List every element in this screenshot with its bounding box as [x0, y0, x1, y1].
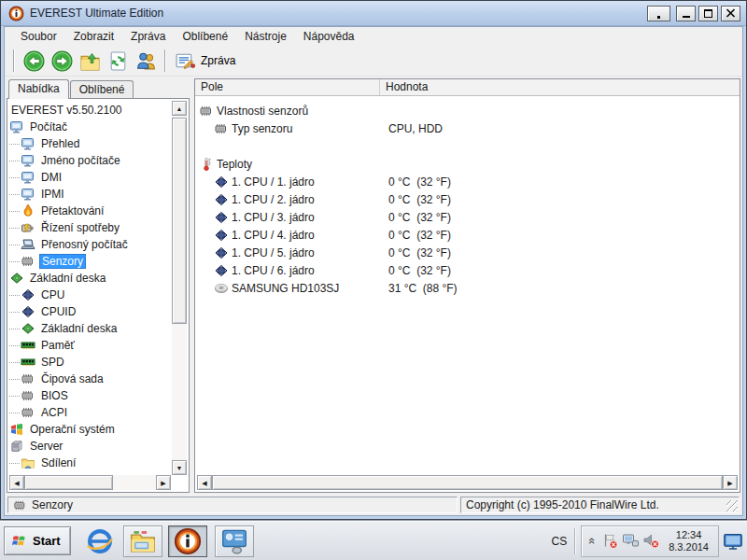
- tree-item-acpi[interactable]: ACPI: [9, 404, 171, 421]
- field-label: Typ senzoru: [232, 122, 292, 135]
- tree-item-cipova-sada[interactable]: Čipová sada: [9, 371, 171, 387]
- scroll-left-button[interactable]: ◀: [197, 475, 212, 490]
- back-button[interactable]: [20, 48, 48, 74]
- tree-item-rizeni-spotreby[interactable]: Řízení spotřeby: [9, 219, 171, 236]
- scrollbar-thumb[interactable]: [212, 475, 723, 490]
- report-row-teploty[interactable]: Teploty: [195, 155, 740, 173]
- column-header-pole[interactable]: Pole: [195, 79, 380, 95]
- taskbar-ie-button[interactable]: [82, 525, 118, 557]
- field-label: Teploty: [217, 158, 252, 171]
- report-row-1-cpu-2-jadro[interactable]: 1. CPU / 2. jádro0 °C (32 °F): [195, 190, 740, 208]
- start-button[interactable]: Start: [4, 526, 71, 555]
- menu-item-zprava[interactable]: Zpráva: [122, 28, 174, 45]
- report-row-1-cpu-6-jadro[interactable]: 1. CPU / 6. jádro0 °C (32 °F): [195, 261, 740, 279]
- tree-item-spd[interactable]: SPD: [9, 354, 171, 371]
- report-row-vlastnosti-senzoru[interactable]: Vlastnosti senzorů: [195, 102, 740, 119]
- tree-item-cpuid[interactable]: CPUID: [9, 303, 171, 320]
- field-label: SAMSUNG HD103SJ: [232, 282, 339, 295]
- menu-item-oblibene[interactable]: Oblíbené: [174, 28, 236, 45]
- field-cell: Vlastnosti senzorů: [195, 104, 380, 119]
- tree-item-ipmi[interactable]: IPMI: [9, 186, 171, 203]
- scroll-right-button[interactable]: ▶: [156, 475, 171, 490]
- clock-date: 8.3.2014: [669, 541, 709, 553]
- windows-icon: [9, 422, 24, 437]
- scrollbar-thumb[interactable]: [172, 118, 187, 324]
- scroll-left-button[interactable]: ◀: [9, 475, 24, 490]
- scroll-up-button[interactable]: ▲: [172, 101, 187, 116]
- tree-item-prenosny-pocitac[interactable]: Přenosný počítač: [9, 236, 171, 253]
- volume-muted-icon[interactable]: [642, 532, 660, 550]
- scroll-right-button[interactable]: ▶: [723, 475, 738, 490]
- tree-connector: [9, 245, 20, 245]
- computer-icon: [21, 153, 35, 168]
- tree-item-pamet[interactable]: Paměť: [9, 337, 171, 354]
- network-icon[interactable]: [622, 532, 640, 550]
- close-button[interactable]: [721, 6, 740, 21]
- report-row-1-cpu-3-jadro[interactable]: 1. CPU / 3. jádro0 °C (32 °F): [195, 208, 740, 226]
- tab-oblibene[interactable]: Oblíbené: [70, 80, 134, 98]
- menu-item-zobrazit[interactable]: Zobrazit: [65, 28, 122, 45]
- power-icon: [21, 220, 35, 235]
- tray-display-icon[interactable]: [723, 531, 743, 552]
- window-controls: [647, 6, 740, 21]
- report-button[interactable]: Zpráva: [171, 48, 243, 74]
- tree-horizontal-scrollbar[interactable]: ◀ ▶: [9, 475, 171, 490]
- value-cell: 0 °C (32 °F): [380, 246, 451, 259]
- value-cell: 31 °C (88 °F): [380, 282, 458, 295]
- field-label: 1. CPU / 2. jádro: [232, 193, 315, 206]
- menubar: SouborZobrazitZprávaOblíbenéNástrojeNápo…: [5, 27, 742, 46]
- show-hidden-icons-button[interactable]: «: [585, 535, 599, 548]
- menu-item-soubor[interactable]: Soubor: [12, 28, 65, 45]
- report-row-1-cpu-4-jadro[interactable]: 1. CPU / 4. jádro0 °C (32 °F): [195, 226, 740, 244]
- users-button[interactable]: [132, 48, 160, 74]
- tree-connector: [9, 463, 20, 464]
- tree-item-senzory[interactable]: Senzory: [9, 253, 171, 270]
- minimize-button[interactable]: [676, 6, 696, 21]
- tree-item-pocitac[interactable]: Počítač: [9, 119, 171, 135]
- menu-item-napoveda[interactable]: Nápověda: [295, 28, 363, 45]
- forward-button[interactable]: [48, 48, 76, 74]
- tree-item-operacni-system[interactable]: Operační systém: [9, 421, 171, 438]
- scroll-down-button[interactable]: ▼: [172, 460, 187, 475]
- tree-item-jmeno-pocitace[interactable]: Jméno počítače: [9, 152, 171, 169]
- report-row-typ-senzoru[interactable]: Typ senzoruCPU, HDD: [195, 119, 740, 137]
- tab-nabidka[interactable]: Nabídka: [8, 79, 69, 99]
- tree-item-everest-v5-50-2100[interactable]: EVEREST v5.50.2100: [9, 102, 171, 119]
- report-row-samsung-hd103sj[interactable]: SAMSUNG HD103SJ31 °C (88 °F): [195, 279, 740, 297]
- scrollbar-thumb[interactable]: [24, 475, 113, 490]
- refresh-button[interactable]: [104, 48, 132, 74]
- tree-item-zakladni-deska[interactable]: Základní deska: [9, 270, 171, 287]
- report-row-1-cpu-5-jadro[interactable]: 1. CPU / 5. jádro0 °C (32 °F): [195, 244, 740, 261]
- tree-vertical-scrollbar[interactable]: ▲ ▼: [172, 101, 187, 475]
- tree-connector: [9, 396, 20, 397]
- tree-item-label: Přetaktování: [39, 204, 106, 217]
- report-row-1-cpu-1-jadro[interactable]: 1. CPU / 1. jádro0 °C (32 °F): [195, 173, 740, 190]
- tree-item-zakladni-deska[interactable]: Základní deska: [9, 320, 171, 337]
- language-indicator[interactable]: CS: [544, 535, 575, 548]
- taskbar-explorer-button[interactable]: [123, 525, 162, 557]
- action-center-flag-icon[interactable]: [601, 532, 619, 550]
- tree-item-bios[interactable]: BIOS: [9, 387, 171, 404]
- titlebar[interactable]: EVEREST Ultimate Edition: [1, 1, 746, 26]
- up-button[interactable]: [76, 48, 104, 74]
- taskbar-management-button[interactable]: [215, 525, 254, 557]
- tree-item-server[interactable]: Server: [9, 438, 171, 455]
- taskbar-everest-button[interactable]: [168, 525, 207, 557]
- tree-item-label: DMI: [39, 171, 63, 184]
- tree-item-sdileni[interactable]: Sdílení: [9, 455, 171, 471]
- value-cell: 0 °C (32 °F): [380, 229, 451, 242]
- tray-clock[interactable]: 12:34 8.3.2014: [663, 529, 714, 553]
- maximize-button[interactable]: [698, 6, 718, 21]
- resize-grip[interactable]: [726, 500, 738, 511]
- tree-item-cpu[interactable]: CPU: [9, 287, 171, 303]
- list-horizontal-scrollbar[interactable]: ◀ ▶: [197, 475, 738, 490]
- minimize-to-tray-button[interactable]: [647, 6, 670, 21]
- tree-item-pretaktovani[interactable]: Přetaktování: [9, 203, 171, 219]
- list-header: Pole Hodnota: [195, 79, 740, 96]
- tree-item-dmi[interactable]: DMI: [9, 169, 171, 186]
- tree-item-prehled[interactable]: Přehled: [9, 135, 171, 152]
- computer-management-icon: [220, 527, 248, 555]
- tree-connector: [9, 312, 20, 313]
- column-header-hodnota[interactable]: Hodnota: [380, 79, 740, 95]
- menu-item-nastroje[interactable]: Nástroje: [236, 28, 295, 45]
